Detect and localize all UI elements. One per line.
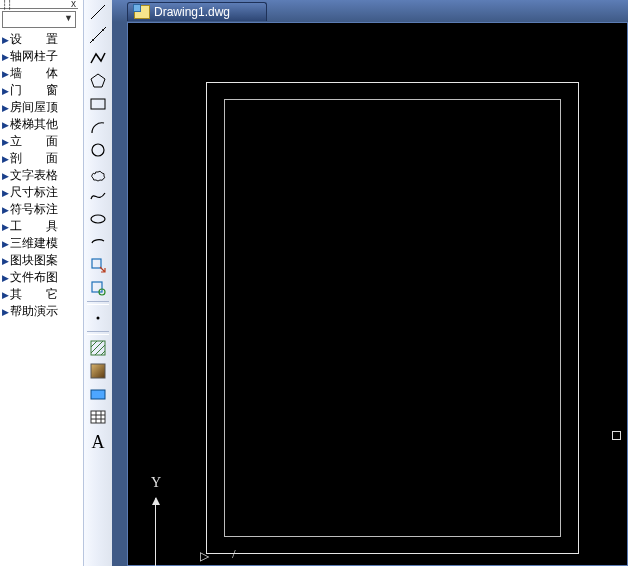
svg-rect-17	[91, 364, 105, 378]
document-tab-title: Drawing1.dwg	[154, 5, 230, 19]
category-item[interactable]: ▶文字表格	[0, 167, 78, 184]
svg-line-13	[91, 341, 97, 347]
document-area: Drawing1.dwg Y ▷ ⟋	[112, 0, 628, 566]
expand-arrow-icon: ▶	[2, 290, 10, 300]
svg-line-0	[91, 5, 105, 19]
svg-line-15	[95, 345, 105, 355]
category-item-label: 门 窗	[10, 82, 58, 99]
category-item[interactable]: ▶墙 体	[0, 65, 78, 82]
svg-point-2	[92, 39, 94, 41]
expand-arrow-icon: ▶	[2, 120, 10, 130]
ucs-y-label: Y	[151, 475, 161, 491]
panel-close-button[interactable]: x	[71, 0, 76, 9]
category-list: ▶设 置▶轴网柱子▶墙 体▶门 窗▶房间屋顶▶楼梯其他▶立 面▶剖 面▶文字表格…	[0, 31, 78, 320]
svg-point-11	[97, 317, 100, 320]
category-item[interactable]: ▶图块图案	[0, 252, 78, 269]
category-item-label: 其 它	[10, 286, 58, 303]
expand-arrow-icon: ▶	[2, 103, 10, 113]
spline-tool[interactable]	[86, 185, 110, 207]
revision-cloud-tool[interactable]	[86, 162, 110, 184]
arc-tool[interactable]	[86, 116, 110, 138]
table-tool[interactable]	[86, 406, 110, 428]
svg-rect-9	[92, 282, 102, 292]
expand-arrow-icon: ▶	[2, 69, 10, 79]
category-dropdown[interactable]: ▼	[2, 11, 76, 28]
svg-rect-18	[91, 390, 105, 399]
expand-arrow-icon: ▶	[2, 188, 10, 198]
draw-toolbar: A	[83, 0, 113, 566]
category-item[interactable]: ▶文件布图	[0, 269, 78, 286]
make-block-tool[interactable]	[86, 277, 110, 299]
svg-rect-19	[91, 411, 105, 423]
construction-line-tool[interactable]	[86, 24, 110, 46]
grip-handle[interactable]	[612, 431, 621, 440]
document-tab[interactable]: Drawing1.dwg	[127, 2, 267, 21]
region-tool[interactable]	[86, 383, 110, 405]
category-item[interactable]: ▶立 面	[0, 133, 78, 150]
expand-arrow-icon: ▶	[2, 35, 10, 45]
panel-grip[interactable]: ┆┆	[2, 0, 12, 10]
category-item-label: 帮助演示	[10, 303, 58, 320]
ellipse-tool[interactable]	[86, 208, 110, 230]
gradient-tool[interactable]	[86, 360, 110, 382]
category-item[interactable]: ▶轴网柱子	[0, 48, 78, 65]
svg-rect-5	[91, 99, 105, 109]
category-item[interactable]: ▶三维建模	[0, 235, 78, 252]
category-item[interactable]: ▶其 它	[0, 286, 78, 303]
rectangle-tool[interactable]	[86, 93, 110, 115]
svg-rect-8	[92, 259, 101, 268]
expand-arrow-icon: ▶	[2, 256, 10, 266]
ucs-x-arrow-icon: ▷	[200, 549, 209, 563]
expand-arrow-icon: ▶	[2, 205, 10, 215]
expand-arrow-icon: ▶	[2, 239, 10, 249]
category-item[interactable]: ▶门 窗	[0, 82, 78, 99]
category-item[interactable]: ▶剖 面	[0, 150, 78, 167]
text-tool[interactable]: A	[86, 429, 110, 453]
category-item-label: 墙 体	[10, 65, 58, 82]
category-item-label: 符号标注	[10, 201, 58, 218]
category-item-label: 文件布图	[10, 269, 58, 286]
category-item[interactable]: ▶房间屋顶	[0, 99, 78, 116]
category-item[interactable]: ▶符号标注	[0, 201, 78, 218]
expand-arrow-icon: ▶	[2, 307, 10, 317]
point-tool[interactable]	[86, 307, 110, 329]
insert-block-tool[interactable]	[86, 254, 110, 276]
svg-point-7	[91, 215, 105, 223]
svg-line-16	[101, 351, 105, 355]
expand-arrow-icon: ▶	[2, 154, 10, 164]
polygon-tool[interactable]	[86, 70, 110, 92]
expand-arrow-icon: ▶	[2, 273, 10, 283]
expand-arrow-icon: ▶	[2, 52, 10, 62]
category-item-label: 剖 面	[10, 150, 58, 167]
category-item[interactable]: ▶尺寸标注	[0, 184, 78, 201]
polyline-tool[interactable]	[86, 47, 110, 69]
category-item-label: 尺寸标注	[10, 184, 58, 201]
toolbar-separator	[87, 331, 109, 335]
drawing-rect-inner	[224, 99, 561, 537]
category-item-label: 三维建模	[10, 235, 58, 252]
document-tabbar: Drawing1.dwg	[112, 0, 628, 22]
svg-line-14	[91, 341, 103, 353]
toolbar-separator	[87, 301, 109, 305]
category-panel: ┆┆ x ▼ ▶设 置▶轴网柱子▶墙 体▶门 窗▶房间屋顶▶楼梯其他▶立 面▶剖…	[0, 0, 79, 566]
circle-tool[interactable]	[86, 139, 110, 161]
expand-arrow-icon: ▶	[2, 86, 10, 96]
ucs-y-axis	[155, 498, 156, 566]
svg-point-6	[92, 144, 104, 156]
category-item[interactable]: ▶帮助演示	[0, 303, 78, 320]
category-item-label: 轴网柱子	[10, 48, 58, 65]
category-item[interactable]: ▶工 具	[0, 218, 78, 235]
ellipse-arc-tool[interactable]	[86, 231, 110, 253]
expand-arrow-icon: ▶	[2, 137, 10, 147]
dwg-file-icon	[134, 5, 150, 19]
category-item-label: 工 具	[10, 218, 58, 235]
line-tool[interactable]	[86, 1, 110, 23]
category-item[interactable]: ▶楼梯其他	[0, 116, 78, 133]
drawing-canvas[interactable]: Y ▷ ⟋	[127, 22, 628, 566]
panel-header: ┆┆ x	[0, 0, 78, 9]
category-item-label: 文字表格	[10, 167, 58, 184]
category-item[interactable]: ▶设 置	[0, 31, 78, 48]
svg-point-3	[102, 29, 104, 31]
hatch-tool[interactable]	[86, 337, 110, 359]
svg-marker-4	[91, 74, 105, 87]
